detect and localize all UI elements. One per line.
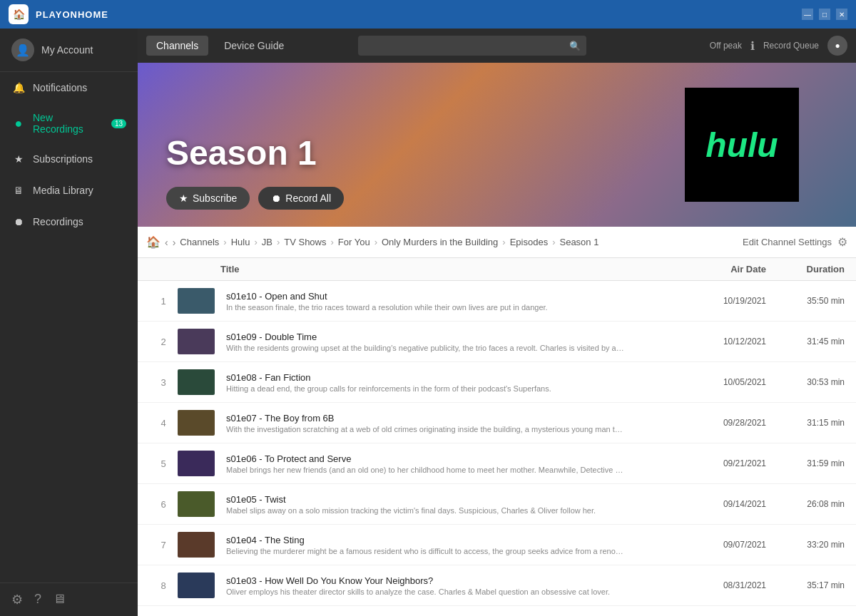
sidebar-item-media-library[interactable]: 🖥 Media Library [0,175,138,206]
home-icon[interactable]: 🏠 [146,235,160,249]
row-num: 2 [149,337,178,347]
breadcrumb-foryou[interactable]: For You [338,237,370,247]
sidebar: 👤 My Account 🔔 Notifications ● New Recor… [0,29,138,616]
table-row[interactable]: 2 s01e09 - Double Time With the resident… [138,322,856,362]
info-icon: ℹ [750,39,755,53]
title-bar-left: 🏠 PLAYONHOME [9,4,108,24]
sidebar-account[interactable]: 👤 My Account [0,29,138,72]
episode-duration: 31:15 min [766,418,845,428]
monitor-icon: 🖥 [11,183,26,197]
sidebar-item-new-recordings[interactable]: ● New Recordings 13 [0,103,138,143]
record-all-button[interactable]: ⏺ Record All [258,187,344,210]
off-peak-label: Off peak [710,41,742,51]
episode-description: Mabel brings her new friends (and an old… [226,466,626,474]
tab-channels[interactable]: Channels [146,36,208,56]
sidebar-item-recordings[interactable]: ⏺ Recordings [0,206,138,237]
episode-thumbnail [178,329,215,354]
episode-title: s01e06 - To Protect and Serve [226,453,675,464]
table-row[interactable]: 7 s01e04 - The Sting Believing the murde… [138,525,856,565]
row-num: 6 [149,499,178,510]
star-icon: ★ [11,152,26,166]
table-row[interactable]: 1 s01e10 - Open and Shut In the season f… [138,281,856,322]
subscribe-button[interactable]: ★ Subscribe [166,187,250,210]
row-num: 5 [149,458,178,469]
breadcrumb-hulu[interactable]: Hulu [231,237,250,247]
episode-air-date: 09/07/2021 [681,540,766,550]
episode-duration: 33:20 min [766,540,845,550]
sidebar-item-label: Subscriptions [33,153,93,165]
minimize-button[interactable]: — [802,9,813,20]
episode-thumbnail [178,532,215,558]
episode-thumbnail [178,369,215,395]
episode-description: Believing the murderer might be a famous… [226,547,626,555]
episode-air-date: 08/31/2021 [681,580,766,590]
episode-description: Oliver employs his theater director skil… [226,587,626,596]
search-bar: 🔍 [358,36,586,56]
sidebar-item-subscriptions[interactable]: ★ Subscriptions [0,143,138,175]
episode-air-date: 09/28/2021 [681,418,766,428]
table-row[interactable]: 5 s01e06 - To Protect and Serve Mabel br… [138,443,856,484]
hero-buttons: ★ Subscribe ⏺ Record All [166,187,344,210]
row-num: 7 [149,540,178,550]
episode-title: s01e04 - The Sting [226,535,675,545]
app-logo: 🏠 [9,4,29,24]
breadcrumb-back[interactable]: ‹ [165,237,168,248]
close-button[interactable]: ✕ [836,9,847,20]
row-info: s01e05 - Twist Mabel slips away on a sol… [220,494,681,515]
episode-title: s01e03 - How Well Do You Know Your Neigh… [226,575,675,586]
table-row[interactable]: 4 s01e07 - The Boy from 6B With the inve… [138,403,856,443]
record-icon: ● [11,116,26,130]
breadcrumb-season1[interactable]: Season 1 [559,237,598,247]
help-icon[interactable]: ? [34,592,41,607]
col-num [149,264,178,274]
row-info: s01e07 - The Boy from 6B With the invest… [220,413,681,433]
episode-duration: 30:53 min [766,377,845,387]
episode-air-date: 10/05/2021 [681,377,766,387]
episode-air-date: 10/19/2021 [681,296,766,306]
col-title: Title [220,264,681,274]
sidebar-item-notifications[interactable]: 🔔 Notifications [0,72,138,103]
record-queue-icon: ● [835,41,840,51]
table-row[interactable]: 6 s01e05 - Twist Mabel slips away on a s… [138,484,856,525]
row-num: 1 [149,296,178,307]
record-queue-button[interactable]: ● [827,36,847,56]
episode-duration: 31:59 min [766,458,845,468]
breadcrumb-channels[interactable]: Channels [180,237,219,247]
episode-title: s01e09 - Double Time [226,332,675,342]
breadcrumb-tvshows[interactable]: TV Shows [284,237,326,247]
breadcrumb-episodes[interactable]: Episodes [510,237,548,247]
account-label: My Account [41,44,93,56]
recordings-icon: ⏺ [11,215,26,229]
edit-channel-settings-link[interactable]: Edit Channel Settings [743,237,832,247]
episode-description: Mabel slips away on a solo mission track… [226,506,626,515]
episode-thumbnail [178,573,215,598]
settings-icon[interactable]: ⚙ [11,592,23,607]
tab-device-guide[interactable]: Device Guide [214,36,294,56]
window-controls[interactable]: — □ ✕ [802,9,847,20]
episode-air-date: 09/21/2021 [681,458,766,468]
breadcrumb-show[interactable]: Only Murders in the Building [382,237,498,247]
episode-title: s01e05 - Twist [226,494,675,505]
title-bar: 🏠 PLAYONHOME — □ ✕ [0,0,856,29]
maximize-button[interactable]: □ [819,9,830,20]
table-row[interactable]: 3 s01e08 - Fan Fiction Hitting a dead en… [138,362,856,403]
row-info: s01e06 - To Protect and Serve Mabel brin… [220,453,681,474]
episodes-table: Title Air Date Duration 1 s01e10 - Open … [138,258,856,616]
search-icon: 🔍 [569,41,581,51]
breadcrumb-jb[interactable]: JB [262,237,272,247]
episode-description: With the investigation scratching at a w… [226,425,626,433]
row-info: s01e03 - How Well Do You Know Your Neigh… [220,575,681,596]
star-icon: ★ [179,192,188,204]
table-header: Title Air Date Duration [138,258,856,281]
search-input[interactable] [364,41,569,51]
table-row[interactable]: 8 s01e03 - How Well Do You Know Your Nei… [138,565,856,606]
gear-icon[interactable]: ⚙ [837,235,847,249]
episode-air-date: 10/12/2021 [681,337,766,346]
row-info: s01e09 - Double Time With the residents … [220,332,681,352]
breadcrumb-forward[interactable]: › [173,237,176,248]
col-duration: Duration [766,264,845,274]
cast-icon[interactable]: 🖥 [53,592,66,607]
row-num: 3 [149,377,178,388]
episode-description: In the season finale, the trio races tow… [226,303,626,312]
episode-thumbnail [178,451,215,476]
